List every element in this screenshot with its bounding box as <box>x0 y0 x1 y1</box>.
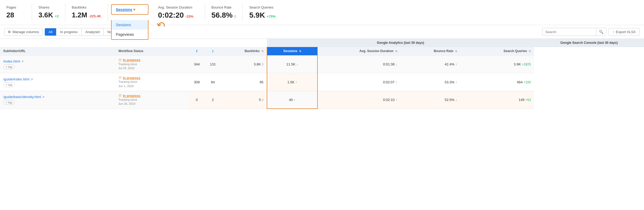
sessions-cell: 11.5K ↓ <box>267 55 318 73</box>
filter-tab-analyzed[interactable]: Analyzed <box>82 28 104 36</box>
ga-group-header: Google Analytics (last 30 days) <box>267 39 534 47</box>
backlinks-change: -225.4K <box>89 14 101 18</box>
plus-icon: + <box>6 101 7 104</box>
sessions-dropdown-label[interactable]: Sessions <box>116 7 132 12</box>
tracking-since: Tracking sinceJun 1, 2020 <box>118 80 186 88</box>
sessions-dropdown-menu: Sessions Pageviews <box>111 20 148 40</box>
sessions-sort-icon: ⇅ <box>299 50 301 53</box>
add-tag-button[interactable]: + tag <box>3 100 15 105</box>
sessions-dropdown-container: Sessions ▾ Sessions Pageviews <box>111 4 148 15</box>
backlinks-cell: 3.8K 0 <box>221 55 267 73</box>
export-icon: ↑ <box>612 30 614 34</box>
table-body: /index.html ↗ + tag ⏱ In progress Tracki… <box>0 55 644 109</box>
manage-columns-button[interactable]: ⚙ Manage columns <box>4 28 42 36</box>
bounce-rate-change: 0 <box>234 14 236 18</box>
col-facebook: f <box>189 47 205 56</box>
search-queries-change: +1825 <box>522 63 531 66</box>
filter-tab-in-progress[interactable]: In progress <box>56 28 81 36</box>
external-link-icon[interactable]: ↗ <box>30 78 33 81</box>
data-table-container: Google Analytics (last 30 days) Google S… <box>0 39 644 109</box>
dropdown-option-pageviews[interactable]: Pageviews <box>112 30 148 39</box>
bounce-rate-value: 56.8% <box>211 11 233 20</box>
facebook-icon: f <box>196 49 197 53</box>
add-tag-button[interactable]: + tag <box>3 64 15 69</box>
bounce-rate-cell: 42.4% ↑ <box>400 55 460 73</box>
external-link-icon[interactable]: ↗ <box>42 95 44 99</box>
dropdown-caret-icon[interactable]: ▾ <box>133 7 135 12</box>
col-twitter: t <box>205 47 221 56</box>
metric-backlinks: Backlinks 1.2M -225.4K <box>65 3 108 22</box>
gear-icon: ⚙ <box>8 30 11 34</box>
tracking-since: Tracking sinceJul 29, 2019 <box>118 62 186 71</box>
col-header-row: Subfolder/URL Workflow Status f t Backli… <box>0 47 644 56</box>
export-button[interactable]: ↑ Export XLSX <box>608 28 640 36</box>
shares-change: +2 <box>55 14 59 18</box>
bounce-rate-cell: 52.5% ↓ <box>400 91 460 109</box>
plus-icon: + <box>6 65 7 68</box>
table-row: /guide/basic/density.html ↗ + tag ⏱ In p… <box>0 91 644 109</box>
url-link[interactable]: /guide/index.html <box>3 77 29 81</box>
dropdown-option-sessions[interactable]: Sessions <box>112 20 148 30</box>
search-queries-value: 5.9K <box>249 11 265 20</box>
twitter-cell: 2 <box>205 91 221 109</box>
external-link-icon[interactable]: ↗ <box>21 60 23 63</box>
avg-duration-arrow: ↓ <box>395 62 397 66</box>
social-group-header <box>189 39 267 47</box>
add-tag-button[interactable]: + tag <box>3 82 15 87</box>
sessions-arrow: ↓ <box>296 62 298 66</box>
data-table: Google Analytics (last 30 days) Google S… <box>0 39 644 109</box>
col-sessions[interactable]: Sessions ⇅ <box>267 47 318 56</box>
toolbar: ⚙ Manage columns All In progress Analyze… <box>0 25 644 39</box>
bounce-rate-arrow: ↑ <box>455 62 457 66</box>
workflow-status-link[interactable]: In progress <box>123 58 140 62</box>
col-workflow: Workflow Status <box>115 47 189 56</box>
col-avg-duration[interactable]: Avg. Session Duration ⇅ <box>317 47 400 56</box>
sessions-cell: 40 ↑ <box>267 91 318 109</box>
metric-shares: Shares 3.6K +2 <box>32 3 65 22</box>
filter-tab-all[interactable]: All <box>45 28 56 36</box>
url-cell: /guide/index.html ↗ + tag <box>0 73 115 91</box>
sessions-header[interactable]: Sessions ▾ <box>116 7 144 12</box>
search-queries-change: +70% <box>267 14 276 18</box>
workflow-cell: ⏱ In progress Tracking sinceJun 1, 2020 <box>115 73 189 91</box>
shares-value: 3.6K <box>38 11 53 19</box>
backlinks-cell: 95 <box>221 73 267 91</box>
search-queries-change: +100 <box>524 80 531 84</box>
avg-duration-arrow: ↑ <box>395 80 397 84</box>
plus-icon: + <box>6 83 7 86</box>
search-input[interactable] <box>543 28 596 36</box>
workflow-cell: ⏱ In progress Tracking sinceJul 29, 2019 <box>115 55 189 73</box>
metric-bounce-rate: Bounce Rate 56.8% 0 <box>205 3 243 22</box>
bounce-rate-label: Bounce Rate <box>211 5 236 9</box>
metric-sessions-wrapper: Sessions ▾ Sessions Pageviews ↷ <box>109 3 151 22</box>
manage-columns-label: Manage columns <box>13 30 39 34</box>
group-header-row: Google Analytics (last 30 days) Google S… <box>0 39 644 47</box>
twitter-cell: 131 <box>205 55 221 73</box>
in-progress-icon: ⏱ <box>118 58 122 62</box>
col-bounce-rate[interactable]: Bounce Rate ⇅ <box>400 47 460 56</box>
search-box: 🔍 <box>542 28 606 36</box>
empty-group-header <box>0 39 189 47</box>
avg-session-label: Avg. Session Duration <box>158 5 198 9</box>
url-link[interactable]: /index.html <box>3 59 20 63</box>
table-row: /guide/index.html ↗ + tag ⏱ In progress … <box>0 73 644 91</box>
search-button[interactable]: 🔍 <box>596 28 606 36</box>
sessions-arrow: ↑ <box>296 80 297 84</box>
search-queries-cell: 149 +53 <box>460 91 534 109</box>
avg-session-value: 0:02:20 <box>158 11 184 20</box>
facebook-cell: 0 <box>189 91 205 109</box>
url-link[interactable]: /guide/basic/density.html <box>3 95 41 99</box>
backlinks-value: 1.2M <box>72 11 87 19</box>
bounce-rate-sort-icon: ⇅ <box>455 50 457 53</box>
pages-label: Pages <box>6 5 25 9</box>
workflow-status-link[interactable]: In progress <box>123 76 140 80</box>
metric-pages: Pages 28 <box>0 3 32 22</box>
col-backlinks[interactable]: Backlinks ⇅ <box>221 47 267 56</box>
col-search-queries[interactable]: Search Queries ⇅ <box>460 47 534 56</box>
url-cell: /guide/basic/density.html ↗ + tag <box>0 91 115 109</box>
avg-duration-cell: 0:02:10 ↑ <box>317 91 400 109</box>
workflow-status-link[interactable]: In progress <box>123 94 140 98</box>
url-cell: /index.html ↗ + tag <box>0 55 115 73</box>
col-url: Subfolder/URL <box>0 47 115 56</box>
gsc-group-header: Google Search Console (last 30 days) <box>534 39 644 47</box>
